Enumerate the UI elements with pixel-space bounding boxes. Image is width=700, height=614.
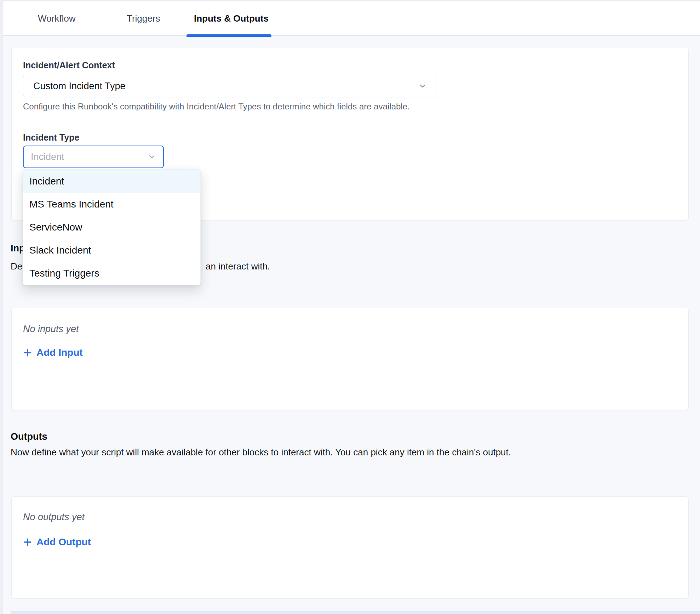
active-tab-underline [187,34,271,37]
incident-alert-context-value: Custom Incident Type [23,81,126,92]
tab-triggers[interactable]: Triggers [127,1,160,36]
incident-type-label: Incident Type [23,132,79,143]
dropdown-option-testing-triggers[interactable]: Testing Triggers [23,262,200,285]
plus-icon [23,348,32,357]
add-input-label: Add Input [36,347,83,358]
dropdown-option-servicenow[interactable]: ServiceNow [23,216,200,239]
dropdown-option-incident[interactable]: Incident [23,170,200,193]
tab-bar: Workflow Triggers Inputs & Outputs [3,0,700,36]
inputs-description-fragment-right: an interact with. [206,261,270,272]
plus-icon [23,538,32,547]
outputs-heading: Outputs [11,431,47,442]
tab-workflow[interactable]: Workflow [38,1,75,36]
incident-type-dropdown-menu: Incident MS Teams Incident ServiceNow Sl… [23,169,201,285]
context-help-text: Configure this Runbook's compatibility w… [23,102,410,112]
chevron-down-icon [418,82,427,90]
chevron-down-icon [148,153,156,161]
inputs-card: No inputs yet Add Input [11,308,689,410]
bottom-panel-edge [11,611,700,614]
inputs-outputs-page: Workflow Triggers Inputs & Outputs Incid… [0,0,700,614]
add-output-button[interactable]: Add Output [23,536,91,548]
add-output-label: Add Output [36,536,91,548]
incident-type-select[interactable]: Incident [23,146,164,168]
outputs-card: No outputs yet Add Output [11,496,689,598]
inputs-description-fragment-left: De [11,261,22,272]
incident-alert-context-label: Incident/Alert Context [23,60,115,70]
dropdown-option-ms-teams-incident[interactable]: MS Teams Incident [23,193,200,216]
window-left-edge [0,0,3,614]
dropdown-option-slack-incident[interactable]: Slack Incident [23,239,200,262]
no-outputs-text: No outputs yet [23,512,85,523]
add-input-button[interactable]: Add Input [23,347,83,358]
incident-type-placeholder: Incident [24,152,64,163]
outputs-description: Now define what your script will make av… [11,447,511,458]
incident-alert-context-select[interactable]: Custom Incident Type [23,75,436,97]
tab-inputs-outputs[interactable]: Inputs & Outputs [194,1,269,36]
no-inputs-text: No inputs yet [23,324,79,335]
